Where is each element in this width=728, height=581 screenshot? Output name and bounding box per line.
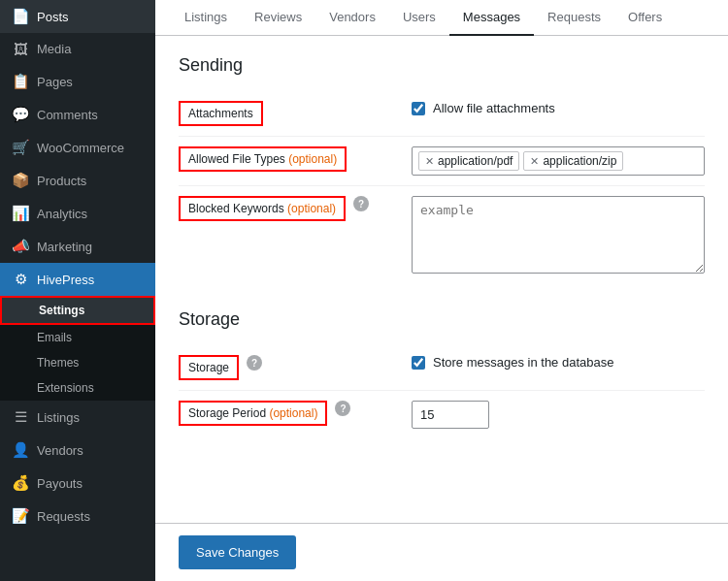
tab-users[interactable]: Users — [389, 0, 449, 36]
tabs-bar: Listings Reviews Vendors Users Messages … — [155, 0, 728, 36]
storage-label: Storage — [179, 355, 239, 380]
tag-zip-label: application/zip — [543, 154, 616, 168]
storage-period-label-text: Storage Period — [188, 406, 266, 420]
allowed-file-types-label: Allowed File Types (optional) — [179, 146, 347, 172]
blocked-keywords-wrapper: Blocked Keywords (optional) ? — [179, 196, 412, 221]
allowed-file-types-optional: (optional) — [288, 152, 337, 166]
requests-icon: 📝 — [12, 507, 29, 525]
blocked-keywords-label-text: Blocked Keywords — [188, 202, 284, 215]
save-button[interactable]: Save Changes — [179, 535, 296, 569]
sidebar-item-comments[interactable]: 💬 Comments — [0, 98, 155, 131]
posts-icon: 📄 — [12, 8, 29, 25]
sidebar-label-posts: Posts — [37, 10, 69, 24]
tab-offers[interactable]: Offers — [614, 0, 676, 36]
media-icon: 🖼 — [12, 41, 29, 57]
blocked-keywords-label-cell: Blocked Keywords (optional) ? — [179, 186, 412, 287]
woocommerce-icon: 🛒 — [12, 139, 29, 156]
sidebar-item-payouts[interactable]: 💰 Payouts — [0, 467, 155, 500]
sending-section: Sending Attachments Allow file attachmen… — [179, 55, 705, 286]
sidebar-item-products[interactable]: 📦 Products — [0, 164, 155, 197]
sending-title: Sending — [179, 55, 705, 76]
allowed-file-types-label-cell: Allowed File Types (optional) — [179, 137, 412, 186]
save-area: Save Changes — [155, 523, 728, 581]
sidebar-label-analytics: Analytics — [37, 207, 87, 221]
main-content: Listings Reviews Vendors Users Messages … — [155, 0, 728, 581]
sidebar-submenu: Settings Emails Themes Extensions — [0, 296, 155, 401]
tab-requests[interactable]: Requests — [534, 0, 614, 36]
sidebar-item-analytics[interactable]: 📊 Analytics — [0, 197, 155, 230]
blocked-keywords-help-icon[interactable]: ? — [353, 196, 369, 211]
storage-period-label: Storage Period (optional) — [179, 401, 327, 426]
listings-icon: ☰ — [12, 408, 29, 426]
hivepress-icon: ⚙ — [12, 271, 29, 288]
storage-checkbox-label: Store messages in the database — [433, 355, 613, 370]
payouts-icon: 💰 — [12, 474, 29, 492]
tag-pdf-label: application/pdf — [438, 154, 513, 168]
allowed-file-types-input[interactable]: ✕ application/pdf ✕ application/zip — [412, 146, 705, 176]
storage-period-help-icon[interactable]: ? — [335, 401, 350, 416]
sidebar-item-settings[interactable]: Settings — [0, 296, 155, 325]
blocked-keywords-value-cell — [412, 186, 705, 287]
sidebar-label-hivepress: HivePress — [37, 273, 94, 287]
sidebar-label-comments: Comments — [37, 108, 98, 122]
sidebar-item-vendors[interactable]: 👤 Vendors — [0, 434, 155, 467]
storage-help-icon[interactable]: ? — [247, 355, 262, 371]
storage-period-input[interactable] — [412, 401, 489, 429]
sidebar: 📄 Posts 🖼 Media 📋 Pages 💬 Comments 🛒 Woo… — [0, 0, 155, 581]
attachments-value-cell: Allow file attachments — [412, 91, 705, 137]
tag-pdf: ✕ application/pdf — [418, 151, 519, 171]
tag-zip: ✕ application/zip — [523, 151, 623, 171]
blocked-keywords-optional: (optional) — [287, 202, 336, 215]
sidebar-item-woocommerce[interactable]: 🛒 WooCommerce — [0, 131, 155, 164]
attachments-label: Attachments — [179, 101, 263, 126]
sidebar-item-emails[interactable]: Emails — [0, 325, 155, 350]
storage-checkbox[interactable] — [412, 356, 425, 370]
sidebar-item-pages[interactable]: 📋 Pages — [0, 65, 155, 98]
attachments-row: Attachments Allow file attachments — [179, 91, 705, 137]
storage-table: Storage ? Store messages in the database — [179, 345, 705, 438]
sidebar-item-extensions[interactable]: Extensions — [0, 375, 155, 401]
sidebar-label-requests: Requests — [37, 509, 90, 524]
sidebar-label-pages: Pages — [37, 75, 73, 89]
storage-wrapper: Storage ? — [179, 355, 412, 380]
vendors-icon: 👤 — [12, 441, 29, 459]
sidebar-label-extensions: Extensions — [37, 381, 94, 395]
sidebar-label-payouts: Payouts — [37, 476, 83, 491]
sidebar-item-requests[interactable]: 📝 Requests — [0, 500, 155, 533]
allowed-file-types-value-cell[interactable]: ✕ application/pdf ✕ application/zip — [412, 137, 705, 186]
blocked-keywords-row: Blocked Keywords (optional) ? — [179, 186, 705, 287]
allowed-file-types-label-text: Allowed File Types — [188, 152, 285, 166]
attachments-checkbox-row: Allow file attachments — [412, 101, 705, 115]
tag-pdf-remove[interactable]: ✕ — [425, 155, 434, 168]
content-area: Sending Attachments Allow file attachmen… — [155, 36, 728, 523]
sidebar-item-hivepress[interactable]: ⚙ HivePress — [0, 263, 155, 296]
tab-reviews[interactable]: Reviews — [241, 0, 315, 36]
sidebar-label-media: Media — [37, 42, 71, 56]
sidebar-label-listings: Listings — [37, 410, 80, 425]
analytics-icon: 📊 — [12, 205, 29, 222]
tab-messages[interactable]: Messages — [449, 0, 534, 36]
sidebar-item-marketing[interactable]: 📣 Marketing — [0, 230, 155, 263]
pages-icon: 📋 — [12, 73, 29, 90]
blocked-keywords-label: Blocked Keywords (optional) — [179, 196, 346, 221]
storage-row: Storage ? Store messages in the database — [179, 345, 705, 391]
blocked-keywords-input[interactable] — [412, 196, 705, 274]
sidebar-item-posts[interactable]: 📄 Posts — [0, 0, 155, 33]
sidebar-label-woocommerce: WooCommerce — [37, 141, 124, 155]
products-icon: 📦 — [12, 172, 29, 189]
storage-title: Storage — [179, 309, 705, 330]
sidebar-label-marketing: Marketing — [37, 240, 92, 254]
sidebar-item-listings[interactable]: ☰ Listings — [0, 401, 155, 434]
tab-vendors[interactable]: Vendors — [315, 0, 389, 36]
attachments-checkbox[interactable] — [412, 102, 425, 115]
sidebar-item-themes[interactable]: Themes — [0, 350, 155, 375]
tag-zip-remove[interactable]: ✕ — [530, 155, 539, 168]
sidebar-label-settings: Settings — [39, 304, 84, 317]
tab-listings[interactable]: Listings — [171, 0, 241, 36]
sending-table: Attachments Allow file attachments Allow… — [179, 91, 705, 286]
storage-label-cell: Storage ? — [179, 345, 412, 391]
storage-section: Storage Storage ? Store messages in the … — [179, 309, 705, 438]
sidebar-item-media[interactable]: 🖼 Media — [0, 33, 155, 65]
allowed-file-types-row: Allowed File Types (optional) ✕ applicat… — [179, 137, 705, 186]
storage-period-label-cell: Storage Period (optional) ? — [179, 391, 412, 439]
